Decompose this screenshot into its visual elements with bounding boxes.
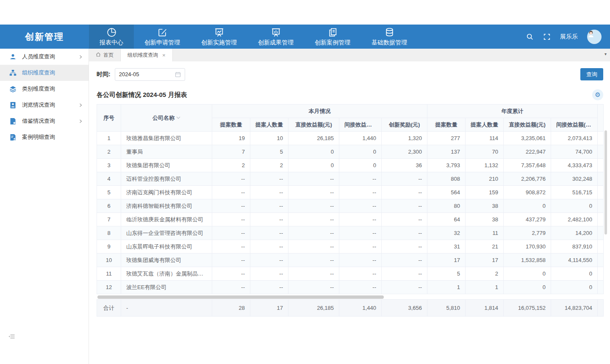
sidebar-item-reference-status[interactable]: 借鉴情况查询 (0, 113, 89, 129)
report-table: 序号 公司名称 本月情况 年度累计 提案数量 提案人数量 直接效益额(元) 间接… (97, 104, 604, 294)
table-cell: 137 (427, 145, 466, 159)
table-cell: 0 (504, 281, 551, 294)
sidebar-item-label: 浏览情况查询 (22, 101, 55, 109)
sidebar-item-label: 人员维度查询 (22, 53, 55, 61)
table-cell: 玫德雅昌集团有限公司 (121, 132, 212, 145)
table-cell: -- (339, 186, 382, 199)
chevron-down-icon[interactable]: ▾ (604, 52, 607, 56)
top-strip (0, 0, 610, 25)
close-icon[interactable]: × (162, 52, 166, 58)
table-cell: -- (382, 267, 427, 281)
col-header-index: 序号 (97, 105, 121, 132)
table-cell: -- (339, 199, 382, 213)
vertical-scrollbar-thumb[interactable] (604, 130, 607, 234)
nav-item-application-mgmt[interactable]: 创新申请管理 (134, 25, 191, 49)
sidebar-item-browse-status[interactable]: 浏览情况查询 (0, 97, 89, 113)
table-cell: 玫德艾瓦兹（济南）金属制品有... (121, 267, 212, 281)
total-cell: 1,440 (339, 300, 382, 317)
search-icon[interactable] (526, 33, 534, 41)
table-cell: 3 (97, 159, 121, 172)
col-header: 直接效益额(元) (504, 118, 551, 132)
main-content: 时间: 2024-05 查询 各公司创新情况 2024-05 月报表 ⚙ 序号 (89, 61, 610, 364)
col-header: 间接效益额(元) (339, 118, 382, 132)
table-cell (598, 199, 604, 213)
table-cell: -- (212, 240, 250, 254)
chevron-right-icon (79, 119, 83, 123)
nav-item-achievement-mgmt[interactable]: 创新成果管理 (247, 25, 304, 49)
nav-item-label: 创新案例管理 (315, 39, 350, 47)
query-button[interactable]: 查询 (580, 68, 603, 80)
table-cell: -- (382, 172, 427, 186)
nav-item-base-data-mgmt[interactable]: 基础数据管理 (361, 25, 418, 49)
table-row: 2董事局75002,30013770222,94774,700 (97, 145, 604, 159)
table-row: 11玫德艾瓦兹（济南）金属制品有...----------5200 (97, 267, 604, 281)
col-header-company[interactable]: 公司名称 (121, 105, 212, 132)
copy-doc-icon (327, 27, 338, 38)
table-row: 10玫德集团威海有限公司----------17171,532,8584,114… (97, 254, 604, 267)
fullscreen-icon[interactable] (543, 33, 551, 41)
sort-caret-icon (176, 114, 180, 121)
table-cell: 0 (288, 159, 339, 172)
sidebar-item-case-detail[interactable]: 案例明细查询 (0, 129, 89, 145)
col-header: 创新奖励(元) (382, 118, 427, 132)
table-cell: 516,715 (551, 186, 598, 199)
table-cell: -- (212, 172, 250, 186)
table-cell: 12 (97, 281, 121, 294)
table-cell: -- (382, 186, 427, 199)
username[interactable]: 展乐乐 (560, 33, 578, 41)
total-cell: 14,823,704 (551, 300, 598, 317)
table-cell: 1 (97, 132, 121, 145)
navbar-right: 展乐乐 (526, 25, 610, 49)
sidebar-item-org-dimension[interactable]: 组织维度查询 (0, 65, 89, 81)
col-header: 提案数量 (427, 118, 466, 132)
table-cell: -- (339, 281, 382, 294)
table-cell: 5 (427, 267, 466, 281)
table-cell: 302,248 (551, 172, 598, 186)
group-header-monthly: 本月情况 (212, 105, 427, 118)
table-cell: -- (288, 199, 339, 213)
table-cell: -- (250, 186, 288, 199)
nav-item-case-mgmt[interactable]: 创新案例管理 (304, 25, 361, 49)
nav-item-report-center[interactable]: 报表中心 (89, 25, 134, 49)
table-cell: -- (250, 199, 288, 213)
total-cell: 28 (212, 300, 250, 317)
table-cell: -- (250, 267, 288, 281)
gear-icon[interactable]: ⚙ (592, 89, 603, 100)
layers-icon (9, 85, 17, 93)
time-input[interactable]: 2024-05 (115, 68, 185, 81)
table-cell: 2 (212, 159, 250, 172)
total-cell: 3,656 (382, 300, 427, 317)
col-header: 提案人数量 (466, 118, 504, 132)
top-navbar: 创新管理 报表中心 创新申请管理 创新实施管理 创新成果管理 (0, 25, 610, 49)
sidebar-collapse-icon[interactable] (8, 334, 15, 339)
table-cell: -- (288, 226, 339, 240)
table-cell: -- (212, 186, 250, 199)
nav-item-label: 创新实施管理 (201, 39, 237, 47)
table-row: 6济南科德智能科技有限公司----------803800 (97, 199, 604, 213)
chart-board-icon (214, 27, 225, 38)
table-cell: 3,793 (427, 159, 466, 172)
sidebar-item-category-dimension[interactable]: 类别维度查询 (0, 81, 89, 97)
horizontal-scrollbar-thumb[interactable] (97, 295, 384, 299)
chevron-right-icon (79, 103, 83, 107)
table-cell: -- (212, 267, 250, 281)
table-cell: 38 (466, 199, 504, 213)
sidebar-item-person-dimension[interactable]: 人员维度查询 (0, 49, 89, 65)
table-cell: 36 (382, 159, 427, 172)
table-cell: 4,333,473 (551, 159, 598, 172)
table-cell: 董事局 (121, 145, 212, 159)
tab-org-dimension-query[interactable]: 组织维度查询 × (121, 49, 173, 61)
table-cell: 21 (466, 240, 504, 254)
edit-icon (157, 27, 168, 38)
nav-item-implementation-mgmt[interactable]: 创新实施管理 (191, 25, 247, 49)
tab-home[interactable]: 首页 (89, 49, 121, 61)
table-cell: 1 (466, 281, 504, 294)
table-cell: 74,700 (551, 145, 598, 159)
table-cell: 济南科德智能科技有限公司 (121, 199, 212, 213)
horizontal-scrollbar (97, 295, 603, 299)
table-row: 9山东晨晖电子科技有限公司----------3121170,930837,91… (97, 240, 604, 254)
avatar[interactable] (587, 30, 602, 44)
table-cell: -- (250, 240, 288, 254)
table-cell: -- (339, 254, 382, 267)
sidebar-item-label: 借鉴情况查询 (22, 117, 55, 125)
